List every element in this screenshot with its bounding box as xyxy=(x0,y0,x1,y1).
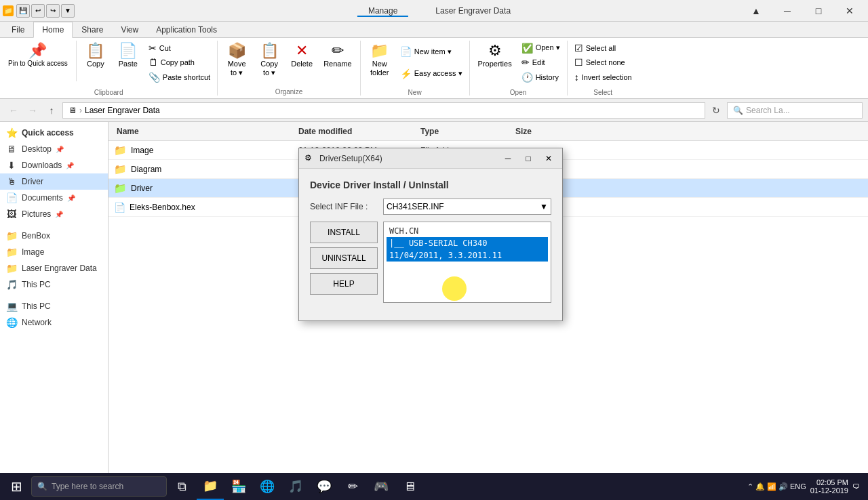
forward-btn[interactable]: → xyxy=(24,102,41,119)
driver-setup-dialog: ⚙ DriverSetup(X64) ─ □ ✕ Device Driver I… xyxy=(298,148,563,321)
dialog-body: Device Driver Install / UnInstall Select… xyxy=(299,169,562,320)
taskbar-clock[interactable]: 02:05 PM 01-12-2019 xyxy=(810,478,848,495)
easy-access-btn[interactable]: ⚡ Easy access ▾ xyxy=(397,67,465,81)
invert-selection-btn[interactable]: ↕ Invert selection xyxy=(572,70,635,84)
window-title: Manage Laser Engraver Data xyxy=(357,6,511,16)
col-name[interactable]: Name xyxy=(108,127,298,136)
clock-date: 01-12-2019 xyxy=(810,486,848,495)
taskbar-search[interactable]: 🔍 Type here to search xyxy=(31,476,167,497)
taskbar-explorer[interactable]: 📁 xyxy=(197,473,224,500)
sidebar-item-network[interactable]: 🌐 Network xyxy=(0,314,108,331)
pin-to-quick-access-btn[interactable]: 📌 Pin to Quick access xyxy=(4,41,72,70)
pictures-icon: 🖼 xyxy=(5,209,18,220)
copy-btn[interactable]: 📋 Copy xyxy=(81,41,111,71)
dialog-minimize-btn[interactable]: ─ xyxy=(500,152,516,165)
youtube-icon: 🎵 xyxy=(5,279,18,290)
properties-btn[interactable]: ⚙ Properties xyxy=(474,41,516,71)
copy-to-btn[interactable]: 📋 Copyto ▾ xyxy=(254,41,284,80)
sidebar-item-thispc[interactable]: 💻 This PC xyxy=(0,298,108,314)
sidebar-item-pictures[interactable]: 🖼 Pictures 📌 xyxy=(0,206,108,222)
help-btn[interactable]: HELP xyxy=(310,273,378,295)
quick-save-btn[interactable]: 💾 xyxy=(16,4,30,18)
new-folder-btn[interactable]: 📁 Newfolder xyxy=(365,41,395,80)
col-size[interactable]: Size xyxy=(515,127,583,136)
notification-icon[interactable]: 🗨 xyxy=(852,482,860,491)
select-all-btn[interactable]: ☑ Select all xyxy=(572,41,635,55)
taskbar-task-view[interactable]: ⧉ xyxy=(168,473,195,500)
uninstall-btn[interactable]: UNINSTALL xyxy=(310,247,378,269)
undo-btn[interactable]: ↩ xyxy=(31,4,45,18)
properties-icon: ⚙ xyxy=(488,43,502,58)
customize-btn[interactable]: ▼ xyxy=(61,4,75,18)
dialog-buttons: INSTALL UNINSTALL HELP xyxy=(310,222,378,310)
maximize-btn[interactable]: □ xyxy=(803,0,834,22)
sidebar-item-youtube[interactable]: 🎵 This PC xyxy=(0,276,108,293)
refresh-btn[interactable]: ↻ xyxy=(708,102,724,119)
tab-share[interactable]: Share xyxy=(73,22,112,37)
tab-view[interactable]: View xyxy=(112,22,147,37)
taskbar-gaming[interactable]: 🎮 xyxy=(368,473,395,500)
open-btn[interactable]: ✅ Open ▾ xyxy=(519,41,563,55)
history-btn[interactable]: 🕐 History xyxy=(519,70,563,84)
install-btn[interactable]: INSTALL xyxy=(310,222,378,243)
taskbar-pen[interactable]: ✏ xyxy=(339,473,366,500)
sidebar-item-image[interactable]: 📁 Image xyxy=(0,244,108,260)
address-bar[interactable]: 🖥 › Laser Engraver Data xyxy=(62,102,705,119)
new-item-icon: 📄 xyxy=(400,46,412,57)
rename-btn[interactable]: ✏ Rename xyxy=(319,41,356,71)
move-to-btn[interactable]: 📦 Moveto ▾ xyxy=(222,41,252,80)
back-btn[interactable]: ← xyxy=(5,102,22,119)
ribbon-group-open: ⚙ Properties ✅ Open ▾ ✏ Edit 🕐 History O… xyxy=(470,41,568,96)
col-type[interactable]: Type xyxy=(420,127,515,136)
minimize-btn[interactable]: ─ xyxy=(772,0,803,22)
collapse-ribbon-btn[interactable]: ▲ xyxy=(741,0,772,22)
copy-path-icon: 🗒 xyxy=(149,57,158,68)
pin-indicator: 📌 xyxy=(55,211,63,218)
copy-path-btn[interactable]: 🗒 Copy path xyxy=(146,56,213,69)
driver-tree[interactable]: WCH.CN |__ USB-SERIAL CH340 11/04/2011, … xyxy=(383,222,551,303)
close-btn[interactable]: ✕ xyxy=(834,0,865,22)
sidebar-quick-access[interactable]: ⭐ Quick access xyxy=(0,125,108,141)
col-date[interactable]: Date modified xyxy=(298,127,420,136)
sidebar-item-downloads[interactable]: ⬇ Downloads 📌 xyxy=(0,157,108,173)
inf-select[interactable]: CH341SER.INF ▼ xyxy=(383,199,551,215)
taskbar-edge[interactable]: 🌐 xyxy=(254,473,281,500)
redo-btn[interactable]: ↪ xyxy=(46,4,60,18)
sidebar-item-laser[interactable]: 📁 Laser Engraver Data xyxy=(0,260,108,276)
open-icon: ✅ xyxy=(521,43,533,54)
new-item-btn[interactable]: 📄 New item ▾ xyxy=(397,45,465,58)
start-btn[interactable]: ⊞ xyxy=(3,473,30,500)
tree-child2[interactable]: 11/04/2011, 3.3.2011.11 xyxy=(387,249,548,262)
dialog-close-btn[interactable]: ✕ xyxy=(540,152,557,165)
delete-btn[interactable]: ✕ Delete xyxy=(287,41,317,71)
sidebar-item-desktop[interactable]: 🖥 Desktop 📌 xyxy=(0,141,108,157)
dialog-restore-btn[interactable]: □ xyxy=(520,152,536,165)
image-icon: 📁 xyxy=(5,247,18,257)
taskbar-search-icon: 🔍 xyxy=(37,482,47,491)
tree-root[interactable]: WCH.CN xyxy=(387,225,548,237)
new-small-btns: 📄 New item ▾ ⚡ Easy access ▾ xyxy=(397,41,465,85)
organize-content: 📦 Moveto ▾ 📋 Copyto ▾ ✕ Delete ✏ Rename xyxy=(222,41,356,87)
taskbar-store[interactable]: 🏪 xyxy=(225,473,252,500)
ribbon-group-clipboard: 📌 Pin to Quick access 📋 Copy 📄 Paste ✂ C… xyxy=(0,41,218,96)
taskbar-screen[interactable]: 🖥 xyxy=(396,473,423,500)
paste-shortcut-btn[interactable]: 📎 Paste shortcut xyxy=(146,70,213,84)
sidebar-item-documents[interactable]: 📄 Documents 📌 xyxy=(0,190,108,206)
sidebar-item-benbox[interactable]: 📁 BenBox xyxy=(0,228,108,244)
paste-btn[interactable]: 📄 Paste xyxy=(113,41,143,71)
tab-home[interactable]: Home xyxy=(33,22,73,38)
select-none-btn[interactable]: ☐ Select none xyxy=(572,56,635,69)
quick-access-label: Quick access xyxy=(22,128,74,138)
dialog-layout: INSTALL UNINSTALL HELP WCH.CN |__ USB-SE… xyxy=(310,222,551,310)
sidebar-item-driver[interactable]: 🖱 Driver xyxy=(0,173,108,190)
up-btn[interactable]: ↑ xyxy=(43,102,60,119)
tree-child1[interactable]: |__ USB-SERIAL CH340 xyxy=(387,237,548,249)
tab-file[interactable]: File xyxy=(3,22,33,37)
search-box[interactable]: 🔍 Search La... xyxy=(727,102,863,119)
cut-btn[interactable]: ✂ Cut xyxy=(146,41,213,55)
tab-application-tools[interactable]: Application Tools xyxy=(147,22,226,37)
edit-btn[interactable]: ✏ Edit xyxy=(519,56,563,69)
taskbar-music[interactable]: 🎵 xyxy=(282,473,309,500)
taskbar-chat[interactable]: 💬 xyxy=(311,473,338,500)
network-label: Network xyxy=(22,318,52,327)
